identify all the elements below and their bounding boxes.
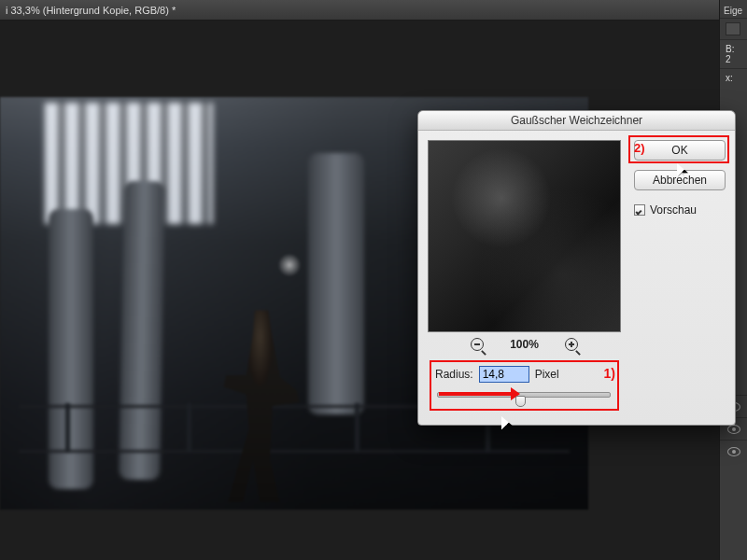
zoom-controls: 100% [428,338,621,351]
checkbox-icon [634,204,645,216]
gaussian-blur-dialog: Gaußscher Weichzeichner 100% 2) OK Abbre… [417,110,736,426]
preview-checkbox[interactable]: Vorschau [634,203,697,217]
panel-row [720,18,747,39]
annotation-box: 2) [628,135,729,163]
zoom-out-icon[interactable] [471,338,484,351]
image-region [119,181,165,481]
zoom-in-icon[interactable] [565,338,578,351]
image-region [65,403,70,452]
radius-control: 1) Radius: Pixel [428,360,621,413]
eye-icon [727,447,740,456]
panel-title: Eige [720,4,747,18]
image-region [308,153,364,414]
document-title: i 33,3% (Hintergrund Kopie, RGB/8) * [0,0,747,21]
zoom-level: 100% [510,338,539,351]
blur-preview[interactable] [428,140,621,332]
eye-icon [727,425,740,434]
layer-visibility[interactable] [720,440,747,462]
annotation-label: 1) [604,366,615,381]
annotation-arrow [439,392,512,396]
properties-icon [726,22,740,35]
dialog-title: Gaußscher Weichzeichner [418,111,735,131]
slider-thumb[interactable] [515,396,526,407]
annotation-label: 2) [634,141,645,155]
panel-row-x: x: [720,68,747,87]
panel-row-width: B: 2 [720,39,747,68]
preview-label: Vorschau [650,203,697,217]
image-region [355,403,359,452]
image-region [187,403,191,452]
image-region [49,209,93,489]
